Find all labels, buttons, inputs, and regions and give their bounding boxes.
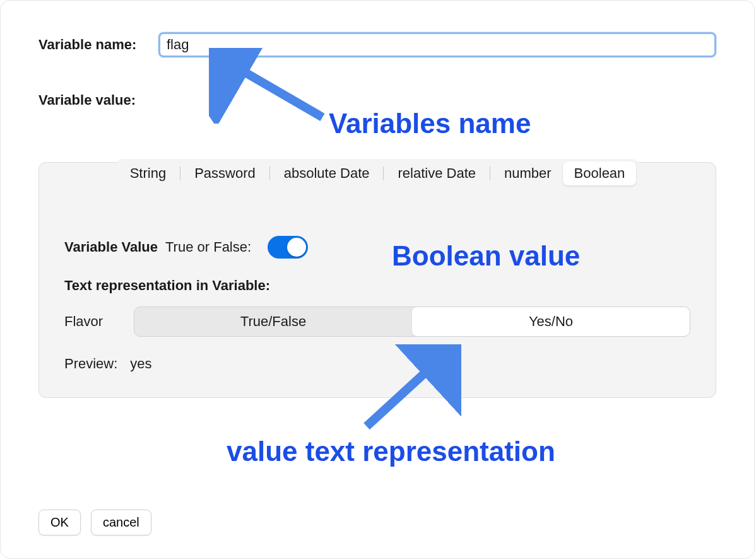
preview-value: yes [130,356,151,372]
variable-name-row: Variable name: [38,32,716,57]
tab-separator [383,166,384,180]
value-type-panel: String Password absolute Date relative D… [38,162,716,398]
annotation-value-text-rep: value text representation [227,436,555,467]
variable-value-inline-label: Variable Value [64,239,158,255]
text-representation-label: Text representation in Variable: [64,277,690,294]
tab-relative-date[interactable]: relative Date [386,161,487,185]
toggle-knob-icon [287,238,306,257]
tab-password[interactable]: Password [183,161,267,185]
ok-button[interactable]: OK [38,510,81,535]
cancel-button[interactable]: cancel [91,510,151,535]
flavor-row: Flavor True/False Yes/No [64,306,690,337]
flavor-segmented-control: True/False Yes/No [134,306,690,337]
variable-name-label: Variable name: [38,37,158,53]
panel-content: Variable Value True or False: Text repre… [39,192,716,372]
variable-dialog: Variable name: Variable value: String Pa… [0,0,755,559]
tab-boolean[interactable]: Boolean [563,161,637,185]
annotation-variables-name: Variables name [329,108,531,139]
preview-label: Preview: [64,356,117,372]
tab-number[interactable]: number [493,161,563,185]
tab-separator [490,166,490,180]
value-type-tabs: String Password absolute Date relative D… [116,159,639,188]
segment-yes-no[interactable]: Yes/No [412,307,690,336]
true-or-false-label: True or False: [165,239,251,255]
tab-string[interactable]: String [119,161,177,185]
tab-separator [269,166,270,180]
arrow-icon [209,48,329,124]
preview-row: Preview: yes [64,356,690,372]
dialog-buttons: OK cancel [38,510,151,535]
svg-line-1 [225,61,322,117]
segment-true-false[interactable]: True/False [134,307,412,336]
variable-value-section-label: Variable value: [38,92,716,108]
boolean-toggle[interactable] [268,236,308,259]
tab-separator [180,166,180,180]
tab-absolute-date[interactable]: absolute Date [273,161,381,185]
boolean-value-row: Variable Value True or False: [64,236,690,259]
flavor-label: Flavor [64,313,115,330]
variable-name-input[interactable] [158,32,716,57]
